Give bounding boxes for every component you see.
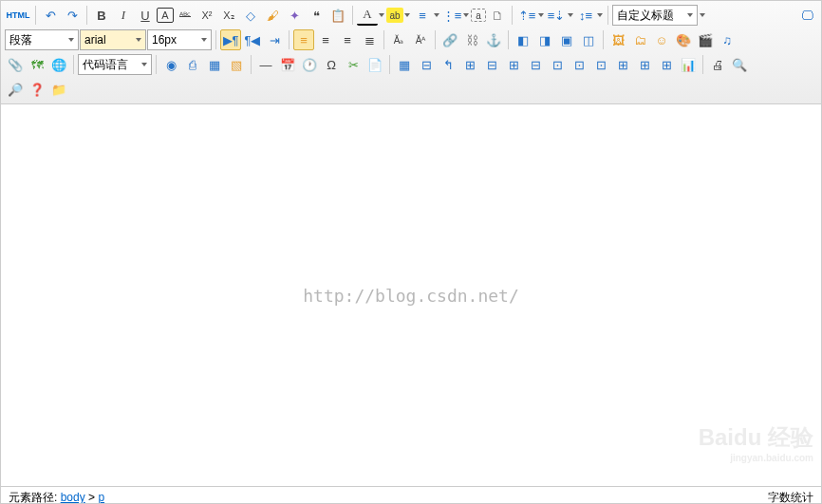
template-icon[interactable]: ▦ <box>204 54 225 75</box>
underline-button[interactable]: U <box>135 5 156 26</box>
watermark-text: http://blog.csdn.net/ <box>303 286 519 306</box>
forecolor-dropdown[interactable] <box>378 5 385 26</box>
path-p-link[interactable]: p <box>98 491 104 504</box>
video-icon[interactable]: 🎬 <box>695 29 716 50</box>
split-cells-icon[interactable]: ⊞ <box>612 54 633 75</box>
selectall-button[interactable]: a <box>471 9 486 22</box>
autoformat-icon[interactable]: ✦ <box>284 5 305 26</box>
custom-heading-select[interactable]: 自定义标题 <box>612 5 698 26</box>
backcolor-dropdown[interactable] <box>403 5 411 26</box>
direction-ltr-icon[interactable]: ▶¶ <box>220 29 241 50</box>
bold-button[interactable]: B <box>91 5 112 26</box>
insert-image-icon[interactable]: 🖼 <box>607 29 628 50</box>
tolowercase-icon[interactable]: Ăᴬ <box>410 29 431 50</box>
unordered-list-dropdown[interactable] <box>462 5 470 26</box>
direction-rtl-icon[interactable]: ¶◀ <box>242 29 263 50</box>
fullscreen-icon[interactable]: 🖵 <box>796 5 817 26</box>
delete-table-icon[interactable]: ⊟ <box>416 54 437 75</box>
merge-cells-icon[interactable]: ⊡ <box>547 54 568 75</box>
lineheight-dropdown[interactable] <box>596 5 604 26</box>
forecolor-button[interactable]: A <box>357 5 378 26</box>
date-icon[interactable]: 📅 <box>277 54 298 75</box>
unordered-list-icon[interactable]: ⋮≡ <box>441 5 462 26</box>
charts-icon[interactable]: 📊 <box>678 54 699 75</box>
split-cols-icon[interactable]: ⊞ <box>656 54 677 75</box>
path-body-link[interactable]: body <box>61 491 85 504</box>
print-icon[interactable]: 🖨 <box>707 54 728 75</box>
search-replace-icon[interactable]: 🔎 <box>5 79 26 100</box>
italic-button[interactable]: I <box>113 5 134 26</box>
align-right-icon[interactable]: ≡ <box>337 29 358 50</box>
font-size-select[interactable]: 16px <box>147 29 212 50</box>
ordered-list-dropdown[interactable] <box>433 5 440 26</box>
rowspacing-top-icon[interactable]: ⇡≡ <box>516 5 537 26</box>
lineheight-icon[interactable]: ↕≡ <box>575 5 596 26</box>
font-family-select[interactable]: arial <box>80 29 146 50</box>
drafts-icon[interactable]: 📁 <box>48 79 69 100</box>
img-left-icon[interactable]: ◧ <box>513 29 533 50</box>
new-doc-icon[interactable]: 🗋 <box>487 5 508 26</box>
delete-row-icon[interactable]: ⊟ <box>481 54 502 75</box>
link-icon[interactable]: 🔗 <box>439 29 460 50</box>
special-char-button[interactable]: Ω <box>321 54 342 75</box>
undo-icon[interactable]: ↶ <box>40 5 61 26</box>
align-left-icon[interactable]: ≡ <box>293 29 314 50</box>
rowspacing-bottom-dropdown[interactable] <box>567 5 574 26</box>
element-path: 元素路径: body > p <box>9 490 104 504</box>
img-none-icon[interactable]: ◫ <box>578 29 599 50</box>
ordered-list-icon[interactable]: ≡ <box>412 5 433 26</box>
unlink-icon[interactable]: ⛓ <box>461 29 482 50</box>
img-center-icon[interactable]: ▣ <box>556 29 577 50</box>
delete-col-icon[interactable]: ⊟ <box>525 54 546 75</box>
help-icon[interactable]: ❓ <box>27 79 47 100</box>
custom-heading-dropdown[interactable] <box>699 5 706 26</box>
word-count[interactable]: 字数统计 <box>768 490 813 504</box>
align-justify-icon[interactable]: ≣ <box>359 29 380 50</box>
align-center-icon[interactable]: ≡ <box>315 29 336 50</box>
snapscreen-icon[interactable]: ✂ <box>343 54 364 75</box>
insert-table-icon[interactable]: ▦ <box>394 54 415 75</box>
touppercase-icon[interactable]: Ăₐ <box>388 29 409 50</box>
redo-icon[interactable]: ↷ <box>62 5 83 26</box>
gmap-icon[interactable]: 🌐 <box>48 54 69 75</box>
multi-image-icon[interactable]: 🗂 <box>629 29 650 50</box>
rowspacing-bottom-icon[interactable]: ≡⇣ <box>546 5 567 26</box>
rowspacing-top-dropdown[interactable] <box>537 5 545 26</box>
paragraph-select[interactable]: 段落 <box>5 29 79 50</box>
blockquote-button[interactable]: ❝ <box>306 5 327 26</box>
time-icon[interactable]: 🕐 <box>299 54 320 75</box>
format-brush-icon[interactable]: 🖌 <box>262 5 283 26</box>
pagebreak-icon[interactable]: ⎙ <box>182 54 203 75</box>
webapp-icon[interactable]: ◉ <box>160 54 181 75</box>
subscript-button[interactable]: X₂ <box>218 5 239 26</box>
pasteplain-icon[interactable]: 📋 <box>327 5 348 26</box>
merge-down-icon[interactable]: ⊡ <box>590 54 611 75</box>
img-right-icon[interactable]: ◨ <box>534 29 555 50</box>
backcolor-button[interactable]: ab <box>386 8 403 23</box>
merge-right-icon[interactable]: ⊡ <box>569 54 589 75</box>
map-icon[interactable]: 🗺 <box>27 54 47 75</box>
insert-col-icon[interactable]: ⊞ <box>503 54 524 75</box>
baidu-watermark: Baidu 经验 jingyan.baidu.com <box>699 422 813 463</box>
html-source-button[interactable]: HTML <box>5 5 31 26</box>
scrawl-icon[interactable]: 🎨 <box>673 29 694 50</box>
superscript-button[interactable]: X² <box>196 5 217 26</box>
font-border-button[interactable]: A <box>157 8 174 23</box>
preview-icon[interactable]: 🔍 <box>729 54 750 75</box>
anchor-icon[interactable]: ⚓ <box>483 29 504 50</box>
wordimage-icon[interactable]: 📄 <box>364 54 385 75</box>
split-rows-icon[interactable]: ⊞ <box>634 54 655 75</box>
strikethrough-button[interactable]: ᴬᴮᶜ <box>175 5 196 26</box>
attachment-icon[interactable]: 📎 <box>5 54 26 75</box>
insert-row-icon[interactable]: ⊞ <box>459 54 480 75</box>
horizontal-rule-button[interactable]: — <box>255 54 276 75</box>
code-lang-select[interactable]: 代码语言 <box>78 54 152 75</box>
music-icon[interactable]: ♫ <box>717 29 738 50</box>
insert-para-before-icon[interactable]: ↰ <box>438 54 458 75</box>
indent-icon[interactable]: ⇥ <box>264 29 285 50</box>
editor-canvas[interactable]: http://blog.csdn.net/ Baidu 经验 jingyan.b… <box>1 104 821 486</box>
background-icon[interactable]: ▧ <box>226 54 247 75</box>
emoticon-icon[interactable]: ☺ <box>651 29 672 50</box>
eraser-icon[interactable]: ◇ <box>240 5 261 26</box>
